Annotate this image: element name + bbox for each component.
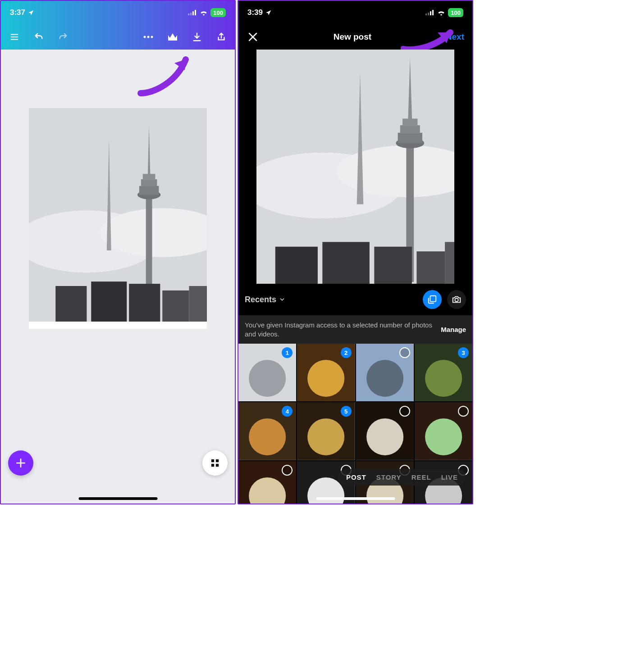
svg-rect-33 bbox=[398, 133, 422, 143]
location-icon bbox=[265, 9, 272, 16]
album-bar: Recents bbox=[238, 284, 472, 315]
plus-icon bbox=[15, 457, 27, 469]
selection-circle bbox=[282, 465, 293, 476]
premium-button[interactable] bbox=[166, 31, 179, 43]
download-button[interactable] bbox=[191, 31, 203, 43]
album-label: Recents bbox=[245, 295, 276, 304]
wifi-icon bbox=[200, 9, 208, 16]
menu-button[interactable] bbox=[8, 31, 21, 43]
share-icon bbox=[216, 32, 226, 42]
stack-icon bbox=[427, 295, 437, 304]
undo-button[interactable] bbox=[32, 31, 45, 43]
redo-button[interactable] bbox=[57, 31, 69, 43]
svg-point-46 bbox=[307, 360, 344, 397]
svg-rect-19 bbox=[189, 286, 207, 322]
svg-point-56 bbox=[366, 418, 403, 455]
svg-point-50 bbox=[425, 360, 462, 397]
svg-point-4 bbox=[144, 36, 146, 38]
mode-post[interactable]: POST bbox=[346, 473, 366, 481]
status-bar: 3:37 100 bbox=[1, 1, 235, 24]
svg-rect-24 bbox=[425, 14, 427, 15]
status-time: 3:37 bbox=[10, 8, 25, 17]
camera-icon bbox=[452, 295, 462, 304]
cellular-icon bbox=[188, 10, 197, 15]
more-button[interactable] bbox=[142, 31, 155, 43]
svg-rect-2 bbox=[192, 11, 194, 15]
home-indicator bbox=[316, 497, 395, 500]
grid-icon bbox=[210, 458, 220, 468]
next-button[interactable]: Next bbox=[446, 32, 464, 42]
album-selector[interactable]: Recents bbox=[245, 295, 285, 304]
editor-toolbar bbox=[1, 24, 235, 50]
photo-thumb[interactable] bbox=[415, 402, 472, 460]
page-title: New post bbox=[334, 32, 371, 42]
svg-point-42 bbox=[455, 298, 458, 301]
layout-button[interactable] bbox=[202, 450, 228, 476]
download-icon bbox=[192, 32, 202, 42]
svg-rect-16 bbox=[91, 282, 127, 322]
svg-rect-41 bbox=[430, 296, 436, 302]
svg-rect-1 bbox=[190, 13, 192, 15]
svg-point-54 bbox=[307, 418, 344, 455]
wifi-icon bbox=[437, 9, 445, 16]
svg-rect-23 bbox=[216, 464, 219, 467]
svg-point-44 bbox=[249, 360, 286, 397]
mode-live[interactable]: LIVE bbox=[441, 473, 458, 481]
share-button[interactable] bbox=[215, 31, 228, 43]
svg-rect-40 bbox=[445, 242, 454, 284]
add-button[interactable] bbox=[8, 450, 33, 476]
svg-rect-20 bbox=[211, 459, 214, 462]
status-bar: 3:39 100 bbox=[238, 1, 472, 24]
photo-thumb[interactable]: 2 bbox=[297, 344, 355, 401]
photo-thumb[interactable] bbox=[356, 402, 414, 460]
chevron-down-icon bbox=[279, 296, 285, 303]
post-mode-switch[interactable]: POSTSTORYREELLIVE bbox=[338, 469, 466, 486]
svg-rect-22 bbox=[211, 464, 214, 467]
photo-thumb[interactable] bbox=[356, 344, 414, 401]
svg-rect-35 bbox=[402, 118, 417, 126]
preview-image bbox=[256, 50, 454, 284]
select-multiple-button[interactable] bbox=[423, 290, 442, 309]
canvas-image bbox=[29, 108, 207, 322]
svg-point-5 bbox=[147, 36, 150, 38]
svg-rect-0 bbox=[188, 14, 189, 15]
more-icon bbox=[143, 36, 153, 38]
svg-rect-25 bbox=[428, 13, 429, 15]
camera-button[interactable] bbox=[447, 290, 466, 309]
svg-rect-26 bbox=[430, 11, 431, 15]
status-time: 3:39 bbox=[247, 8, 263, 17]
svg-rect-39 bbox=[416, 251, 445, 284]
selection-badge: 5 bbox=[341, 406, 352, 417]
selection-badge: 2 bbox=[341, 347, 352, 358]
cellular-icon bbox=[425, 10, 434, 15]
selection-circle bbox=[399, 347, 410, 358]
photo-thumb[interactable]: 1 bbox=[238, 344, 296, 401]
photo-thumb[interactable]: 4 bbox=[238, 402, 296, 460]
photo-thumb[interactable] bbox=[238, 461, 296, 505]
selection-circle bbox=[399, 406, 410, 417]
canva-editor-screen: 3:37 100 bbox=[0, 0, 236, 504]
canvas-area[interactable] bbox=[1, 50, 235, 504]
close-icon bbox=[247, 32, 258, 42]
location-icon bbox=[28, 9, 34, 16]
svg-rect-14 bbox=[143, 174, 155, 180]
svg-rect-17 bbox=[129, 284, 160, 322]
svg-point-58 bbox=[425, 418, 462, 455]
photo-thumb[interactable]: 3 bbox=[415, 344, 472, 401]
battery-indicator: 100 bbox=[448, 8, 463, 17]
selection-badge: 3 bbox=[458, 347, 469, 358]
svg-point-6 bbox=[151, 36, 153, 38]
crown-icon bbox=[167, 32, 178, 41]
canvas-page[interactable] bbox=[29, 108, 207, 329]
menu-icon bbox=[9, 32, 19, 42]
photo-thumb[interactable]: 5 bbox=[297, 402, 355, 460]
redo-icon bbox=[58, 32, 68, 42]
close-button[interactable] bbox=[247, 31, 259, 43]
svg-rect-34 bbox=[400, 125, 420, 134]
manage-access-button[interactable]: Manage bbox=[441, 326, 466, 333]
mode-story[interactable]: STORY bbox=[376, 473, 402, 481]
mode-reel[interactable]: REEL bbox=[412, 473, 431, 481]
svg-rect-38 bbox=[374, 247, 412, 284]
svg-rect-18 bbox=[162, 291, 189, 322]
preview-area[interactable] bbox=[238, 50, 472, 284]
